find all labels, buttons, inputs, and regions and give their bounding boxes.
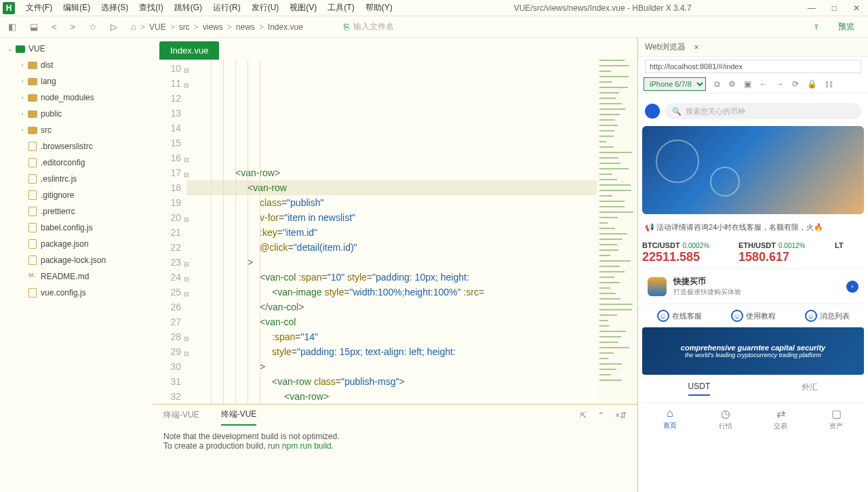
tree-item-public[interactable]: ›public	[0, 106, 153, 122]
phone-viewport[interactable]: 🔍 搜索您关心的币种 📢 活动详情请咨询24小时在线客服，名额有限，火🔥 BTC…	[638, 94, 868, 492]
search-icon: 🔍	[672, 107, 682, 116]
nav-back-icon[interactable]: ←	[760, 79, 768, 89]
tree-item-VUE[interactable]: ⌄VUE	[0, 41, 153, 57]
preview-url-input[interactable]	[645, 60, 861, 73]
forward-icon[interactable]: >	[71, 22, 76, 32]
service-消息列表[interactable]: ☺消息列表	[805, 310, 850, 322]
minimize-button[interactable]: —	[808, 3, 816, 13]
toolbar: ◧ ⬓ < > ☆ ▷ ⌂> VUE> src> views> news> In…	[0, 16, 868, 38]
settings-icon[interactable]: ⚙	[728, 79, 736, 89]
maximize-button[interactable]: □	[832, 3, 837, 13]
tree-item-node_modules[interactable]: ›node_modules	[0, 89, 153, 106]
menu-跳转(G)[interactable]: 跳转(G)	[169, 3, 208, 12]
service-使用教程[interactable]: ☺使用教程	[731, 310, 776, 322]
menu-选择(S)[interactable]: 选择(S)	[96, 3, 134, 12]
tree-item-babel.config.js[interactable]: babel.config.js	[0, 220, 153, 236]
tree-item-.editorconfig[interactable]: .editorconfig	[0, 155, 153, 171]
terminal-close-icon[interactable]: ×⇵	[615, 411, 627, 420]
menu-运行(R)[interactable]: 运行(R)	[208, 3, 246, 12]
service-在线客服[interactable]: ☺在线客服	[657, 310, 702, 322]
tree-item-.gitignore[interactable]: .gitignore	[0, 187, 153, 203]
subtab-forex[interactable]: 外汇	[802, 382, 818, 396]
terminal-export-icon[interactable]: ⇱	[580, 411, 587, 420]
ticker-row: BTC/USDT0.0002%22511.585ETH/USDT0.0012%1…	[642, 237, 864, 268]
menu-bar: H 文件(F)编辑(E)选择(S)查找(I)跳转(G)运行(R)发行(U)视图(…	[0, 0, 868, 16]
app-logo: H	[3, 2, 15, 14]
tree-item-src[interactable]: ›src	[0, 122, 153, 138]
screenshot-icon[interactable]: ▣	[744, 79, 751, 89]
tab-index-vue[interactable]: Index.vue	[159, 41, 219, 60]
ticker-LT[interactable]: LT	[835, 241, 864, 264]
tree-item-package-lock.json[interactable]: package-lock.json	[0, 252, 153, 268]
tree-item-package.json[interactable]: package.json	[0, 236, 153, 252]
tree-item-.eslintrc.js[interactable]: .eslintrc.js	[0, 171, 153, 187]
tree-item-.browserslistrc[interactable]: .browserslistrc	[0, 138, 153, 155]
nav-交易[interactable]: ⇄交易	[774, 407, 787, 431]
back-icon[interactable]: <	[52, 22, 57, 32]
menu-文件(F)[interactable]: 文件(F)	[20, 3, 58, 12]
security-banner[interactable]: comprehensive guarntee capital security …	[642, 327, 864, 375]
quick-buy-card[interactable]: 快捷买币 打造极速快捷购买体验 ›	[642, 268, 864, 304]
star-icon[interactable]: ☆	[89, 22, 97, 32]
devtools-icon[interactable]: ⫿⫿	[825, 79, 833, 89]
preview-title: Web浏览器	[645, 41, 686, 53]
nav-资产[interactable]: ▢资产	[829, 407, 843, 431]
terminal-tab-1[interactable]: 终端-VUE	[221, 405, 257, 426]
open-external-icon[interactable]: ⧉	[714, 79, 720, 89]
tree-item-dist[interactable]: ›dist	[0, 57, 153, 73]
terminal-collapse-icon[interactable]: ⌃	[597, 411, 604, 420]
close-button[interactable]: ✕	[853, 3, 860, 13]
tree-item-lang[interactable]: ›lang	[0, 73, 153, 89]
quick-buy-icon	[648, 277, 667, 296]
notice-bar[interactable]: 📢 活动详情请咨询24小时在线客服，名额有限，火🔥	[642, 218, 864, 237]
menu-发行(U)[interactable]: 发行(U)	[246, 3, 285, 12]
tree-item-.prettierrc[interactable]: .prettierrc	[0, 203, 153, 220]
breadcrumb[interactable]: ⌂> VUE> src> views> news> Index.vue	[131, 22, 303, 32]
preview-close-icon[interactable]: ×	[694, 43, 698, 52]
tree-item-vue.config.js[interactable]: vue.config.js	[0, 285, 153, 301]
run-icon[interactable]: ▷	[111, 22, 117, 32]
window-title: VUE/src/views/news/Index.vue - HBuilder …	[398, 3, 808, 13]
editor-area: Index.vue 10⊟11⊟1213141516⊟17⊟181920⊟212…	[153, 38, 637, 492]
nav-首页[interactable]: ⌂首页	[663, 407, 677, 431]
ticker-BTC/USDT[interactable]: BTC/USDT0.0002%22511.585	[642, 241, 730, 264]
file-explorer[interactable]: ⌄VUE›dist›lang›node_modules›public›src.b…	[0, 38, 153, 492]
panel-bottom-icon[interactable]: ⬓	[30, 22, 38, 32]
web-preview-panel: Web浏览器 × iPhone 6/7/8 ⧉ ⚙ ▣ ← → ⟳ 🔒 ⫿⫿ 🔍…	[637, 38, 868, 492]
app-logo-icon	[645, 104, 660, 119]
subtab-usdt[interactable]: USDT	[688, 382, 711, 396]
terminal-output[interactable]: Note that the development build is not o…	[153, 426, 637, 492]
tree-item-README.md[interactable]: M↓README.md	[0, 268, 153, 285]
chevron-right-icon: ›	[846, 281, 859, 293]
nav-行情[interactable]: ◷行情	[719, 407, 732, 431]
bottom-nav: ⌂首页◷行情⇄交易▢资产	[642, 403, 864, 435]
nav-forward-icon[interactable]: →	[776, 79, 784, 89]
menu-视图(V)[interactable]: 视图(V)	[284, 3, 322, 12]
menu-查找(I)[interactable]: 查找(I)	[134, 3, 168, 12]
services-row: ☺在线客服☺使用教程☺消息列表	[642, 304, 864, 327]
device-select[interactable]: iPhone 6/7/8	[644, 77, 706, 91]
file-search[interactable]: ⎘ 输入文件名	[344, 21, 801, 33]
menu-工具(T)[interactable]: 工具(T)	[322, 3, 359, 12]
terminal-tab-0[interactable]: 终端-VUE	[163, 405, 199, 425]
filter-icon[interactable]: ⫯	[814, 22, 819, 32]
ticker-ETH/USDT[interactable]: ETH/USDT0.0012%1580.617	[738, 241, 827, 264]
editor-tabs: Index.vue	[153, 38, 637, 60]
code-editor[interactable]: 10⊟11⊟1213141516⊟17⊟181920⊟212223⊟24⊟25⊟…	[153, 60, 637, 404]
coin-search-input[interactable]: 🔍 搜索您关心的币种	[665, 103, 861, 119]
hero-banner[interactable]	[642, 126, 864, 214]
reload-icon[interactable]: ⟳	[792, 79, 799, 89]
terminal-panel: 终端-VUE 终端-VUE ⇱ ⌃ ×⇵ Note that the devel…	[153, 404, 637, 492]
panel-left-icon[interactable]: ◧	[8, 22, 16, 32]
menu-帮助(Y)[interactable]: 帮助(Y)	[360, 3, 398, 12]
lock-icon[interactable]: 🔒	[807, 79, 817, 89]
preview-button[interactable]: 预览	[833, 21, 860, 33]
minimap[interactable]	[597, 60, 637, 404]
search-icon: ⎘	[344, 22, 349, 32]
menu-编辑(E)[interactable]: 编辑(E)	[58, 3, 96, 12]
